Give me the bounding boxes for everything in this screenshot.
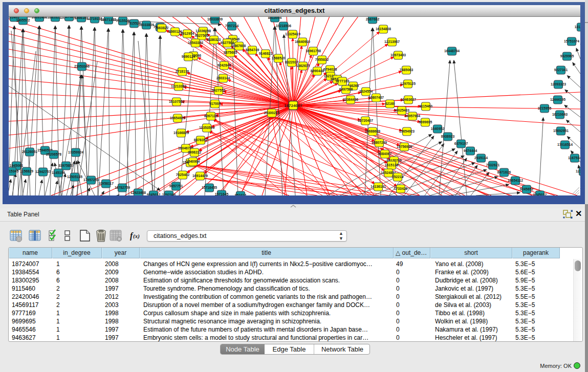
svg-text:62160: 62160 xyxy=(385,102,395,105)
svg-text:10025433: 10025433 xyxy=(394,108,409,112)
svg-text:16782759: 16782759 xyxy=(115,186,130,189)
svg-text:9474444: 9474444 xyxy=(464,149,477,152)
svg-text:9242848: 9242848 xyxy=(217,63,231,67)
svg-text:1156829: 1156829 xyxy=(20,169,33,173)
svg-text:10688609: 10688609 xyxy=(365,129,380,133)
svg-text:19218506: 19218506 xyxy=(276,24,291,28)
svg-text:18807249: 18807249 xyxy=(372,141,387,144)
svg-text:1615132: 1615132 xyxy=(385,163,399,167)
svg-text:12213967: 12213967 xyxy=(384,40,400,43)
svg-text:8454749: 8454749 xyxy=(246,48,259,52)
svg-text:12923468: 12923468 xyxy=(130,191,146,194)
svg-text:1317253: 1317253 xyxy=(575,25,580,29)
svg-text:1167534: 1167534 xyxy=(568,156,580,160)
svg-text:1733426: 1733426 xyxy=(394,187,408,190)
svg-text:16671355: 16671355 xyxy=(101,18,116,21)
svg-text:10973493: 10973493 xyxy=(390,53,406,57)
svg-text:12093323: 12093323 xyxy=(551,82,566,86)
svg-text:9115460: 9115460 xyxy=(419,104,432,108)
svg-text:12942757: 12942757 xyxy=(35,170,51,173)
svg-text:10719155: 10719155 xyxy=(87,17,102,20)
svg-text:16033809: 16033809 xyxy=(139,23,154,27)
svg-text:9084067: 9084067 xyxy=(378,152,392,156)
svg-text:9245012: 9245012 xyxy=(147,193,161,195)
svg-text:952414: 952414 xyxy=(235,193,247,195)
svg-text:9245012: 9245012 xyxy=(533,193,547,195)
svg-text:3498222: 3498222 xyxy=(188,150,202,154)
svg-text:8990448: 8990448 xyxy=(311,69,324,73)
svg-text:17016514: 17016514 xyxy=(557,143,573,146)
svg-text:16961758: 16961758 xyxy=(306,49,321,53)
svg-text:14136141: 14136141 xyxy=(371,185,386,188)
svg-text:7625402: 7625402 xyxy=(176,173,190,177)
svg-text:18724007: 18724007 xyxy=(284,103,302,108)
svg-text:16640910: 16640910 xyxy=(295,40,310,43)
svg-text:12103514: 12103514 xyxy=(576,169,580,173)
svg-text:7632621: 7632621 xyxy=(486,163,500,167)
svg-text:16853257: 16853257 xyxy=(48,17,63,19)
svg-text:1588520: 1588520 xyxy=(272,56,286,60)
svg-text:9146821: 9146821 xyxy=(259,52,273,55)
svg-text:16914479: 16914479 xyxy=(192,174,208,178)
svg-text:9777169: 9777169 xyxy=(336,79,350,83)
svg-text:19654925: 19654925 xyxy=(170,116,185,120)
svg-text:26126051: 26126051 xyxy=(22,150,37,154)
svg-text:252214: 252214 xyxy=(392,175,404,179)
svg-text:1292346: 1292346 xyxy=(162,193,176,195)
svg-text:20691406: 20691406 xyxy=(32,17,47,19)
svg-text:9890124: 9890124 xyxy=(182,55,195,58)
svg-text:1145194: 1145194 xyxy=(52,171,65,174)
svg-text:1640952: 1640952 xyxy=(431,127,445,130)
svg-text:9245652: 9245652 xyxy=(520,187,534,191)
svg-text:16154808: 16154808 xyxy=(376,27,391,31)
svg-text:16107552: 16107552 xyxy=(169,100,184,103)
svg-text:15692951: 15692951 xyxy=(553,129,569,133)
svg-text:10654112: 10654112 xyxy=(508,179,523,182)
svg-text:16033809: 16033809 xyxy=(207,17,223,21)
svg-text:11325419: 11325419 xyxy=(285,32,300,36)
svg-text:19166829: 19166829 xyxy=(173,131,189,135)
svg-text:(x): (x) xyxy=(133,233,140,239)
svg-text:10958117: 10958117 xyxy=(98,182,114,185)
svg-text:3215955: 3215955 xyxy=(538,106,552,110)
svg-text:2718176: 2718176 xyxy=(176,70,189,73)
svg-text:10807487: 10807487 xyxy=(368,96,384,99)
svg-text:19654923: 19654923 xyxy=(399,129,415,133)
svg-text:2687682: 2687682 xyxy=(366,17,380,21)
svg-text:11353594: 11353594 xyxy=(199,126,214,129)
svg-text:9657751: 9657751 xyxy=(169,184,183,188)
svg-text:1540994: 1540994 xyxy=(186,160,200,163)
svg-text:12505135: 12505135 xyxy=(67,175,82,179)
svg-text:8878352: 8878352 xyxy=(194,138,208,142)
svg-text:2867608: 2867608 xyxy=(232,44,246,48)
svg-text:8322037: 8322037 xyxy=(285,60,299,64)
svg-text:8267110: 8267110 xyxy=(204,114,217,118)
svg-text:2935114: 2935114 xyxy=(474,156,488,160)
svg-text:9329965: 9329965 xyxy=(560,54,574,58)
svg-text:16210643: 16210643 xyxy=(552,113,568,116)
svg-text:23364436: 23364436 xyxy=(343,98,358,101)
svg-text:9427552: 9427552 xyxy=(212,89,226,92)
svg-text:7955812: 7955812 xyxy=(315,58,329,61)
svg-text:1571645: 1571645 xyxy=(215,192,229,195)
svg-text:9327505: 9327505 xyxy=(195,34,209,37)
svg-text:6466160: 6466160 xyxy=(75,17,89,19)
svg-text:10463627: 10463627 xyxy=(401,98,416,101)
svg-text:9227341: 9227341 xyxy=(554,68,568,72)
svg-text:1527802: 1527802 xyxy=(62,17,76,18)
svg-text:917004: 917004 xyxy=(209,102,221,105)
svg-text:14957984: 14957984 xyxy=(405,114,420,118)
svg-text:20206578: 20206578 xyxy=(46,152,61,156)
svg-text:8186323: 8186323 xyxy=(207,38,221,41)
svg-text:3624554: 3624554 xyxy=(359,90,373,93)
svg-text:12213369: 12213369 xyxy=(171,84,186,88)
svg-text:16448784: 16448784 xyxy=(444,49,460,53)
svg-text:7663822: 7663822 xyxy=(155,26,169,30)
svg-text:7485063: 7485063 xyxy=(400,68,413,72)
svg-text:25300215: 25300215 xyxy=(264,111,279,115)
svg-text:15716455: 15716455 xyxy=(202,186,217,189)
svg-text:21053346: 21053346 xyxy=(74,64,90,68)
svg-text:8660124: 8660124 xyxy=(168,30,182,33)
svg-text:1405572: 1405572 xyxy=(16,18,30,22)
svg-text:7957224: 7957224 xyxy=(225,24,239,28)
